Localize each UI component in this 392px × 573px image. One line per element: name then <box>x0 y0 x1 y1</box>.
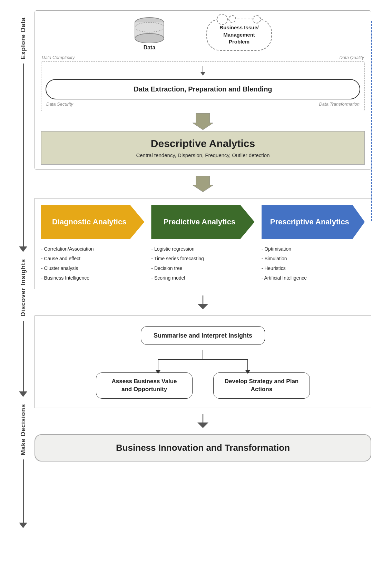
predictive-list: - Logistic regression - Time series fore… <box>151 244 254 283</box>
between-arrow-2 <box>35 295 371 309</box>
svg-marker-17 <box>245 370 251 374</box>
connector-svg <box>117 350 289 375</box>
list-item: - Decision tree <box>151 263 254 273</box>
dashed-blue-right <box>371 21 372 221</box>
decisions-section: Summarise and Interpret Insights <box>35 315 371 408</box>
business-issue-col: Business Issue/ Management Problem <box>206 19 272 51</box>
list-item: - Cause and effect <box>41 254 144 263</box>
develop-box: Develop Strategy and Plan Actions <box>213 372 310 399</box>
list-item: - Simulation <box>262 254 365 263</box>
discover-label-text: Discover Insights <box>20 259 27 317</box>
main-content: Data Business Issue/ Management Problem … <box>32 10 371 528</box>
svg-marker-15 <box>155 370 161 374</box>
data-transformation-label: Data Transformation <box>319 101 360 107</box>
decisions-arrow <box>19 459 27 528</box>
diagnostic-list: - Correlation/Association - Cause and ef… <box>41 244 144 283</box>
assess-box: Assess Business Value and Opportunity <box>96 372 193 399</box>
svg-marker-11 <box>197 304 208 309</box>
diagnostic-col: Diagnostic Analytics - Correlation/Assoc… <box>41 205 148 283</box>
data-security-label: Data Security <box>46 101 73 107</box>
list-item: - Heuristics <box>262 263 365 273</box>
list-item: - Logistic regression <box>151 244 254 254</box>
discover-arrow <box>19 321 27 397</box>
prescriptive-chevron: Prescriptive Analytics <box>262 205 365 239</box>
decisions-label-text: Make Decisions <box>20 404 27 455</box>
business-issue-label: Business Issue/ Management Problem <box>219 25 258 45</box>
list-item: - Business Intelligence <box>41 273 144 283</box>
summarise-row: Summarise and Interpret Insights <box>45 326 361 345</box>
decisions-label-block: Make Decisions <box>19 404 27 528</box>
explore-arrow <box>19 64 27 252</box>
prescriptive-title: Prescriptive Analytics <box>270 217 349 226</box>
prescriptive-col: Prescriptive Analytics - Optimisation - … <box>258 205 365 283</box>
final-box: Business Innovation and Transformation <box>35 434 371 462</box>
extraction-box: Data Extraction, Preparation and Blendin… <box>46 79 360 99</box>
diagnostic-title: Diagnostic Analytics <box>52 217 127 226</box>
data-icon-col: Data <box>134 17 165 51</box>
between-arrow-3 <box>35 414 371 428</box>
prescriptive-list: - Optimisation - Simulation - Heuristics… <box>262 244 365 283</box>
cloud-shape: Business Issue/ Management Problem <box>206 19 272 51</box>
corner-labels-bottom: Data Security Data Transformation <box>46 99 360 107</box>
list-item: - Optimisation <box>262 244 365 254</box>
explore-label-text: Explore Data <box>20 17 27 59</box>
list-item: - Correlation/Association <box>41 244 144 254</box>
list-item: - Cluster analysis <box>41 263 144 273</box>
data-quality-label: Data Quality <box>339 55 364 60</box>
svg-marker-9 <box>193 176 213 192</box>
predictive-title: Predictive Analytics <box>164 217 235 226</box>
list-item: - Scoring model <box>151 273 254 283</box>
bottom-boxes: Assess Business Value and Opportunity De… <box>45 372 361 399</box>
data-prep-dashed: Data Extraction, Preparation and Blendin… <box>41 61 365 111</box>
descriptive-sub: Central tendency, Dispersion, Frequency,… <box>52 152 354 158</box>
explore-section: Data Business Issue/ Management Problem … <box>35 10 371 170</box>
between-arrow-1 <box>35 176 371 192</box>
summarise-box: Summarise and Interpret Insights <box>141 326 265 345</box>
predictive-col: Predictive Analytics - Logistic regressi… <box>148 205 258 283</box>
top-icons-row: Data Business Issue/ Management Problem <box>41 17 365 51</box>
discover-section: Diagnostic Analytics - Correlation/Assoc… <box>35 198 371 289</box>
list-item: - Time series forecasting <box>151 254 254 263</box>
descriptive-title: Descriptive Analytics <box>52 138 354 149</box>
data-complexity-label: Data Complexity <box>42 55 75 60</box>
side-labels-column: Explore Data Discover Insights Make Deci… <box>14 17 32 528</box>
svg-marker-8 <box>193 113 213 130</box>
database-icon <box>134 17 165 43</box>
hollow-arrow-1 <box>41 113 365 130</box>
list-item: - Artificial Intelligence <box>262 273 365 283</box>
analytics-row: Diagnostic Analytics - Correlation/Assoc… <box>41 205 365 283</box>
explore-label-block: Explore Data <box>19 17 27 252</box>
svg-marker-19 <box>197 423 208 428</box>
corner-labels-top: Data Complexity Data Quality <box>41 54 365 61</box>
connector-lines <box>45 350 361 375</box>
discover-label-block: Discover Insights <box>19 259 27 397</box>
svg-point-2 <box>135 33 164 43</box>
descriptive-box: Descriptive Analytics Central tendency, … <box>41 131 365 165</box>
svg-marker-7 <box>200 72 205 76</box>
diagnostic-chevron: Diagnostic Analytics <box>41 205 144 239</box>
data-label: Data <box>144 45 156 51</box>
predictive-chevron: Predictive Analytics <box>151 205 254 239</box>
